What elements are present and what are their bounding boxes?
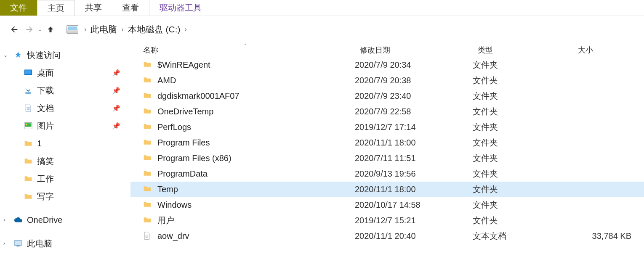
pin-icon: 📌: [112, 122, 120, 130]
chevron-down-icon[interactable]: ⌄: [3, 52, 8, 58]
file-date: 2020/11/1 18:00: [355, 138, 473, 148]
file-row[interactable]: Program Files2020/11/1 18:00文件夹: [130, 135, 644, 151]
drive-icon: [67, 25, 78, 34]
file-date: 2020/7/9 22:58: [355, 107, 473, 116]
column-headers: 名称 ˄ 修改日期 类型 大小: [130, 43, 644, 57]
sidebar-onedrive[interactable]: › OneDrive: [0, 211, 130, 229]
file-row[interactable]: Program Files (x86)2020/7/11 11:51文件夹: [130, 151, 644, 166]
file-row[interactable]: dgdiskmark0001AF072020/7/9 23:40文件夹: [130, 88, 644, 104]
document-icon: [24, 103, 33, 113]
chevron-right-icon[interactable]: ›: [3, 217, 5, 223]
recent-locations-dropdown[interactable]: ⌄: [38, 26, 42, 32]
desktop-icon: [24, 68, 33, 77]
file-date: 2020/10/17 14:58: [355, 200, 473, 210]
file-row[interactable]: ProgramData2020/9/13 19:56文件夹: [130, 166, 644, 182]
tab-drive-tools[interactable]: 驱动器工具: [149, 0, 212, 16]
file-type: 文本文档: [473, 230, 573, 242]
folder-icon: [143, 123, 152, 132]
svg-rect-2: [25, 93, 31, 94]
file-date: 2020/7/9 23:40: [355, 91, 473, 101]
file-type: 文件夹: [473, 199, 573, 211]
file-type: 文件夹: [473, 137, 573, 148]
folder-icon: [24, 174, 33, 183]
file-date: 2019/12/7 15:21: [355, 216, 473, 225]
file-list-pane: 名称 ˄ 修改日期 类型 大小 $WinREAgent2020/7/9 20:3…: [130, 43, 644, 267]
chevron-right-icon[interactable]: ›: [3, 241, 5, 246]
file-row[interactable]: Windows2020/10/17 14:58文件夹: [130, 197, 644, 213]
file-row[interactable]: aow_drv2020/11/1 20:40文本文档33,784 KB: [130, 228, 644, 244]
tab-view[interactable]: 查看: [112, 0, 149, 16]
svg-rect-1: [25, 70, 32, 74]
sidebar-item-label: 写字: [37, 191, 54, 202]
sidebar-item-label: 文档: [37, 103, 54, 114]
sidebar-item-label: 图片: [37, 120, 54, 132]
folder-icon: [143, 92, 152, 101]
file-name: Program Files (x86): [157, 153, 232, 163]
back-button[interactable]: [8, 24, 20, 35]
sidebar-documents[interactable]: 文档 📌: [0, 99, 130, 117]
file-row[interactable]: OneDriveTemp2020/7/9 22:58文件夹: [130, 104, 644, 119]
file-row[interactable]: AMD2020/7/9 20:38文件夹: [130, 73, 644, 88]
svg-point-5: [26, 124, 27, 125]
file-type: 文件夹: [473, 215, 573, 226]
folder-icon: [143, 216, 152, 225]
file-name: Program Files: [157, 138, 210, 148]
folder-icon: [143, 76, 152, 85]
forward-button[interactable]: [24, 24, 35, 35]
column-header-type[interactable]: 类型: [478, 45, 578, 55]
file-name: PerfLogs: [157, 122, 191, 132]
tab-home[interactable]: 主页: [37, 0, 75, 16]
up-button[interactable]: [45, 24, 56, 35]
file-date: 2019/12/7 17:14: [355, 122, 473, 132]
file-type: 文件夹: [473, 59, 573, 71]
column-header-date[interactable]: 修改日期: [360, 45, 478, 55]
file-row[interactable]: $WinREAgent2020/7/9 20:34文件夹: [130, 57, 644, 73]
sidebar-folder-write[interactable]: 写字: [0, 188, 130, 205]
folder-icon: [143, 138, 152, 148]
folder-icon: [143, 169, 152, 179]
file-row[interactable]: PerfLogs2019/12/7 17:14文件夹: [130, 119, 644, 135]
file-name: AMD: [157, 76, 176, 85]
tab-share[interactable]: 共享: [75, 0, 112, 16]
text-file-icon: [143, 232, 152, 241]
crumb-local-disk-c[interactable]: 本地磁盘 (C:): [126, 24, 182, 35]
file-type: 文件夹: [473, 106, 573, 117]
sidebar-folder-work[interactable]: 工作: [0, 170, 130, 188]
sidebar-folder-funny[interactable]: 搞笑: [0, 152, 130, 170]
crumb-this-pc[interactable]: 此电脑: [89, 24, 119, 35]
pin-icon: 📌: [112, 87, 120, 95]
sidebar-desktop[interactable]: 桌面 📌: [0, 64, 130, 82]
file-name: 用户: [157, 215, 174, 226]
file-date: 2020/7/11 11:51: [355, 153, 473, 163]
file-date: 2020/11/1 18:00: [355, 185, 473, 194]
crumb-sep-icon[interactable]: ›: [82, 26, 89, 33]
folder-icon: [143, 185, 152, 194]
file-name: dgdiskmark0001AF07: [157, 91, 240, 101]
sidebar-item-label: 快速访问: [27, 50, 61, 61]
sidebar-quick-access[interactable]: ⌄ 快速访问: [0, 46, 130, 64]
tab-file[interactable]: 文件: [0, 0, 37, 16]
sidebar-pictures[interactable]: 图片 📌: [0, 117, 130, 135]
cloud-icon: [13, 215, 23, 225]
computer-icon: [13, 239, 23, 248]
breadcrumb: › 此电脑 › 本地磁盘 (C:) ›: [82, 24, 189, 35]
sidebar-item-label: 桌面: [37, 67, 54, 79]
crumb-sep-icon[interactable]: ›: [182, 26, 189, 33]
sidebar-folder-1[interactable]: 1: [0, 135, 130, 152]
star-icon: [13, 50, 23, 60]
column-header-name[interactable]: 名称 ˄: [143, 45, 360, 55]
column-header-size[interactable]: 大小: [578, 45, 644, 55]
folder-icon: [143, 154, 152, 163]
file-date: 2020/11/1 20:40: [355, 231, 473, 241]
sidebar-this-pc[interactable]: › 此电脑: [0, 235, 130, 252]
file-type: 文件夹: [473, 184, 573, 195]
file-row[interactable]: 用户2019/12/7 15:21文件夹: [130, 213, 644, 228]
navigation-bar: ⌄ › 此电脑 › 本地磁盘 (C:) ›: [0, 16, 644, 43]
sidebar-downloads[interactable]: 下载 📌: [0, 82, 130, 99]
file-size: 33,784 KB: [573, 231, 644, 241]
file-type: 文件夹: [473, 90, 573, 102]
crumb-sep-icon[interactable]: ›: [119, 26, 126, 33]
file-type: 文件夹: [473, 168, 573, 180]
column-header-label: 名称: [143, 46, 158, 54]
file-row[interactable]: Temp2020/11/1 18:00文件夹: [130, 182, 644, 197]
